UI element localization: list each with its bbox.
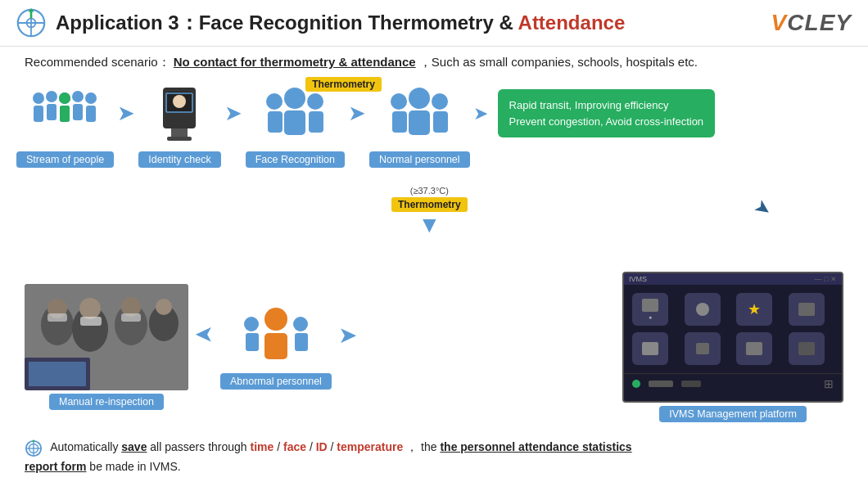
svg-rect-49	[29, 362, 86, 386]
photo-section: Manual re-inspection	[25, 284, 188, 410]
thermometry-badge-top: Thermometry	[305, 77, 382, 92]
identity-label: Identity check	[138, 151, 220, 168]
footer-face: face	[283, 440, 306, 453]
face-label: Face Recognition	[246, 151, 345, 168]
ivms-titlebar: IVMS — □ ✕	[624, 273, 842, 285]
svg-point-30	[391, 93, 407, 110]
logo: VCLEY	[771, 10, 852, 36]
flow-node-stream: Stream of people	[16, 83, 114, 168]
svg-rect-25	[268, 111, 283, 133]
vert-arrow: (≥37.3°C) Thermometry ▼	[391, 186, 468, 236]
svg-point-44	[156, 299, 172, 315]
footer-stats: the personnel attendance statistics	[440, 440, 631, 453]
green-line1: Rapid transit, Improving efficiency	[509, 97, 704, 114]
sync-icon	[25, 439, 43, 457]
svg-rect-19	[167, 137, 192, 141]
left-arrow-icon: ➤	[195, 322, 214, 349]
abnormal-section: Abnormal personnel	[220, 304, 332, 390]
top-flow: Stream of people ➤	[16, 83, 852, 168]
title-prefix: Application 3：	[56, 11, 199, 34]
green-line2: Prevent congestion, Avoid cross-infectio…	[509, 114, 704, 130]
arrow-2: ➤	[221, 101, 246, 151]
abnormal-personnel-icon	[239, 304, 313, 370]
title-main: Face Recognition Thermometry &	[199, 11, 518, 34]
flow-node-face: Thermometry Face Recognition	[246, 83, 345, 168]
svg-point-26	[284, 88, 305, 109]
svg-rect-55	[264, 333, 287, 359]
down-arrow-icon: ▼	[418, 214, 441, 236]
footer-middle: all passers through	[150, 440, 250, 453]
ivms-section: IVMS — □ ✕ ●	[622, 272, 843, 422]
right-arrow-icon: ➤	[338, 322, 357, 349]
svg-point-22	[173, 95, 186, 108]
ivms-content: ● ★	[624, 285, 842, 373]
scenario-label: Recommended scenario：	[25, 55, 170, 69]
flow-node-identity: Identity check	[138, 83, 220, 168]
ivms-box: IVMS — □ ✕ ●	[622, 272, 843, 403]
scenario-bar: Recommended scenario： No contact for the…	[0, 47, 868, 75]
ivms-btn-8	[789, 332, 825, 365]
status-bar-2	[681, 381, 701, 387]
arrow-1: ➤	[114, 101, 138, 151]
svg-rect-46	[80, 317, 102, 326]
header: Application 3：Face Recognition Thermomet…	[0, 0, 868, 47]
status-bar-1	[649, 381, 673, 387]
status-icon: ⊞	[824, 377, 834, 390]
normal-label: Normal personnel	[369, 151, 470, 168]
svg-point-54	[264, 308, 287, 331]
svg-point-14	[85, 92, 97, 104]
footer-end: be made in IVMS.	[89, 460, 180, 473]
thermo-label-mid: Thermometry	[391, 197, 468, 212]
page-wrapper: Application 3：Face Recognition Thermomet…	[0, 0, 868, 482]
abnormal-label: Abnormal personnel	[220, 373, 332, 390]
page-title: Application 3：Face Recognition Thermomet…	[56, 10, 625, 36]
stream-label: Stream of people	[16, 151, 114, 168]
footer: Automatically save all passers through t…	[0, 431, 868, 482]
flow-node-normal: Normal personnel	[369, 83, 470, 168]
footer-id: ID	[316, 440, 328, 453]
footer-slash2: /	[310, 440, 316, 453]
ivms-label-text: IVMS Management platform	[659, 406, 807, 422]
diagonal-arrow-icon: ➤	[750, 194, 776, 222]
ivms-status-bar: ⊞	[624, 373, 842, 394]
svg-rect-47	[121, 313, 141, 322]
svg-rect-51	[246, 333, 259, 351]
svg-rect-35	[433, 111, 448, 133]
scenario-suffix: ，Such as small companies, schools, hospi…	[419, 55, 698, 69]
arrow-3: ➤	[345, 101, 369, 151]
svg-point-32	[409, 88, 430, 109]
footer-prefix: Automatically	[50, 440, 121, 453]
app-icon	[16, 8, 46, 38]
svg-point-50	[244, 317, 259, 331]
footer-slash1: /	[277, 440, 283, 453]
svg-rect-17	[60, 106, 70, 122]
svg-point-40	[79, 298, 101, 319]
svg-rect-33	[409, 110, 430, 135]
svg-point-24	[266, 93, 283, 110]
stream-people-icon	[29, 83, 102, 145]
svg-rect-9	[47, 104, 57, 120]
svg-rect-29	[309, 111, 323, 133]
ivms-btn-6	[685, 332, 721, 365]
reinspect-label: Manual re-inspection	[49, 394, 164, 410]
svg-point-34	[432, 93, 448, 110]
svg-rect-27	[284, 110, 305, 135]
ivms-btn-5	[632, 332, 668, 365]
identity-device-icon	[147, 83, 212, 145]
svg-point-8	[46, 91, 57, 102]
diagram: Stream of people ➤	[0, 75, 868, 419]
footer-save: save	[121, 440, 147, 453]
footer-comma: ， the	[406, 440, 440, 453]
ivms-btn-7	[736, 332, 772, 365]
arrow-4: ➤	[470, 103, 491, 149]
svg-rect-15	[86, 106, 96, 122]
svg-point-12	[72, 91, 84, 102]
crowd-photo-svg	[25, 284, 188, 390]
ivms-title-text: IVMS	[629, 275, 647, 283]
scenario-underlined: No contact for thermometry & attendance	[174, 55, 416, 69]
face-recognition-icon	[258, 83, 332, 145]
photo-box	[25, 284, 188, 390]
ivms-btn-4	[789, 293, 825, 326]
footer-temperature: temperature	[337, 440, 403, 453]
svg-point-52	[293, 317, 308, 331]
